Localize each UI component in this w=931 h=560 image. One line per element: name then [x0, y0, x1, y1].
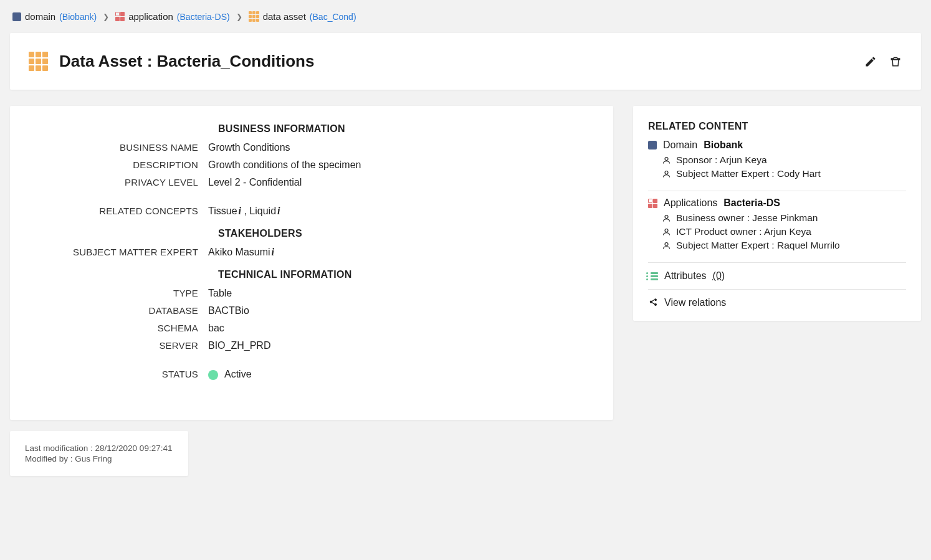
- breadcrumb-asset-name: (Bac_Cond): [310, 12, 356, 22]
- section-heading-technical: TECHNICAL INFORMATION: [218, 269, 594, 280]
- list-icon: [648, 271, 658, 281]
- breadcrumb-asset[interactable]: data asset (Bac_Cond): [249, 11, 356, 22]
- related-application-type: Applications: [664, 197, 717, 209]
- related-application-name: Bacteria-DS: [723, 197, 780, 209]
- related-attributes-link[interactable]: Attributes (0): [648, 263, 906, 290]
- person-icon: [662, 214, 671, 223]
- breadcrumb-domain-label: domain: [25, 11, 55, 22]
- delete-button[interactable]: [889, 55, 902, 69]
- person-icon: [662, 169, 671, 179]
- info-icon[interactable]: i: [272, 247, 274, 258]
- related-domain-type: Domain: [663, 140, 697, 151]
- edit-icon: [864, 55, 877, 68]
- related-content-heading: RELATED CONTENT: [648, 121, 906, 132]
- label-sme: SUBJECT MATTER EXPERT: [29, 247, 208, 257]
- application-icon: [648, 199, 657, 208]
- meta-card: Last modification : 28/12/2020 09:27:41 …: [10, 431, 188, 476]
- status-dot-icon: [208, 370, 218, 380]
- related-domain-person[interactable]: Subject Matter Expert : Cody Hart: [662, 168, 906, 179]
- person-icon: [662, 227, 671, 237]
- label-business-name: BUSINESS NAME: [29, 142, 208, 153]
- value-schema: bac: [208, 323, 594, 334]
- details-card: BUSINESS INFORMATION BUSINESS NAME Growt…: [10, 106, 613, 420]
- label-server: SERVER: [29, 340, 208, 351]
- breadcrumb-domain[interactable]: domain (Biobank): [12, 11, 97, 22]
- value-sme: Akiko Masumii: [208, 247, 594, 258]
- data-asset-icon: [29, 52, 48, 71]
- person-text: ICT Product owner : Arjun Keya: [676, 226, 811, 237]
- person-text: Business owner : Jesse Pinkman: [676, 212, 818, 224]
- title-card: Data Asset : Bacteria_Conditions: [10, 33, 921, 90]
- data-asset-icon: [249, 11, 259, 22]
- breadcrumb-application-name: (Bacteria-DS): [177, 12, 230, 22]
- view-relations-label: View relations: [664, 297, 726, 308]
- concept-sep: ,: [244, 206, 249, 216]
- concept-liquid[interactable]: Liquid: [249, 206, 276, 216]
- related-domain-person[interactable]: Sponsor : Arjun Keya: [662, 154, 906, 166]
- related-domain: Domain Biobank Sponsor : Arjun Keya Subj…: [648, 140, 906, 191]
- chevron-right-icon: ❯: [236, 12, 242, 21]
- person-icon: [662, 241, 671, 250]
- label-description: DESCRIPTION: [29, 159, 208, 170]
- trash-icon: [889, 55, 902, 68]
- breadcrumb-application[interactable]: application (Bacteria-DS): [115, 11, 230, 22]
- edit-button[interactable]: [864, 55, 877, 69]
- application-icon: [115, 12, 125, 21]
- info-icon[interactable]: i: [277, 206, 280, 217]
- page-title: Data Asset : Bacteria_Conditions: [59, 52, 314, 71]
- related-content-card: RELATED CONTENT Domain Biobank Sponsor :…: [633, 106, 921, 321]
- section-heading-business: BUSINESS INFORMATION: [218, 123, 594, 135]
- share-icon: [648, 298, 658, 308]
- related-domain-heading[interactable]: Domain Biobank: [648, 140, 906, 151]
- person-text: Sponsor : Arjun Keya: [676, 154, 767, 166]
- related-application: Applications Bacteria-DS Business owner …: [648, 191, 906, 263]
- label-schema: SCHEMA: [29, 323, 208, 333]
- label-status: STATUS: [29, 369, 208, 379]
- value-business-name: Growth Conditions: [208, 142, 594, 153]
- status-text: Active: [224, 369, 252, 379]
- concept-tissue[interactable]: Tissue: [208, 206, 237, 216]
- meta-last-modification: Last modification : 28/12/2020 09:27:41: [25, 444, 173, 453]
- related-application-heading[interactable]: Applications Bacteria-DS: [648, 197, 906, 209]
- person-text: Subject Matter Expert : Raquel Murrilo: [676, 240, 840, 251]
- value-database: BACTBio: [208, 305, 594, 316]
- breadcrumb: domain (Biobank) ❯ application (Bacteria…: [10, 0, 921, 29]
- label-type: TYPE: [29, 288, 208, 298]
- label-database: DATABASE: [29, 305, 208, 316]
- person-text: Subject Matter Expert : Cody Hart: [676, 168, 821, 179]
- chevron-right-icon: ❯: [103, 12, 109, 21]
- value-privacy: Level 2 - Confidential: [208, 177, 594, 188]
- person-icon: [662, 156, 671, 165]
- attributes-label: Attributes: [664, 270, 707, 282]
- domain-icon: [648, 141, 657, 149]
- label-privacy: PRIVACY LEVEL: [29, 177, 208, 187]
- view-relations-link[interactable]: View relations: [648, 290, 906, 316]
- attributes-count: (0): [713, 270, 725, 282]
- domain-icon: [12, 12, 21, 21]
- section-business: BUSINESS INFORMATION BUSINESS NAME Growt…: [29, 123, 594, 217]
- breadcrumb-application-label: application: [128, 11, 173, 22]
- section-heading-stakeholders: STAKEHOLDERS: [218, 228, 594, 239]
- value-type: Table: [208, 288, 594, 299]
- value-description: Growth conditions of the specimen: [208, 159, 594, 171]
- breadcrumb-domain-name: (Biobank): [59, 12, 97, 22]
- value-related-concepts: Tissuei , Liquidi: [208, 206, 594, 217]
- label-related-concepts: RELATED CONCEPTS: [29, 206, 208, 216]
- sme-name[interactable]: Akiko Masumi: [208, 247, 270, 257]
- related-application-person[interactable]: Subject Matter Expert : Raquel Murrilo: [662, 240, 906, 251]
- value-server: BIO_ZH_PRD: [208, 340, 594, 351]
- section-stakeholders: STAKEHOLDERS SUBJECT MATTER EXPERT Akiko…: [29, 228, 594, 258]
- breadcrumb-asset-label: data asset: [263, 11, 306, 22]
- meta-modified-by: Modified by : Gus Fring: [25, 454, 173, 463]
- related-application-person[interactable]: Business owner : Jesse Pinkman: [662, 212, 906, 224]
- section-technical: TECHNICAL INFORMATION TYPE Table DATABAS…: [29, 269, 594, 380]
- info-icon[interactable]: i: [239, 206, 241, 217]
- value-status: Active: [208, 369, 594, 380]
- related-domain-name: Biobank: [704, 140, 743, 151]
- related-application-person[interactable]: ICT Product owner : Arjun Keya: [662, 226, 906, 237]
